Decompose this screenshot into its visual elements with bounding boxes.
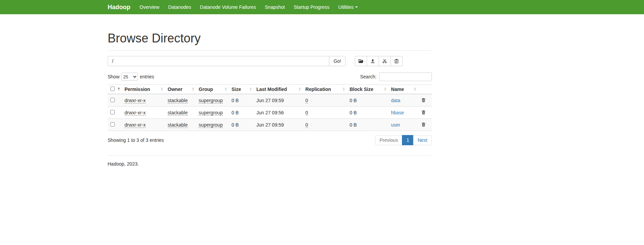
directory-action-buttons xyxy=(355,56,403,66)
upload-icon xyxy=(370,59,375,63)
replication-value[interactable]: 0 xyxy=(306,110,308,116)
permission-value[interactable]: drwxr-xr-x xyxy=(125,110,146,116)
directory-link[interactable]: hbase xyxy=(391,110,404,115)
delete-button[interactable] xyxy=(421,97,426,103)
replication-value[interactable]: 0 xyxy=(306,122,308,128)
path-input-group: Go! xyxy=(108,56,346,66)
nav-item-datanodes[interactable]: Datanodes xyxy=(164,0,196,14)
path-bar: Go! xyxy=(108,56,432,66)
owner-value[interactable]: stackable xyxy=(168,98,188,103)
size-value: 0 B xyxy=(232,122,239,128)
sort-icon xyxy=(384,87,387,91)
sort-icon xyxy=(413,87,416,91)
sort-icon xyxy=(224,87,227,91)
block-size-value: 0 B xyxy=(350,122,357,128)
last-modified-value: Jun 27 09:59 xyxy=(256,122,284,128)
header-select-all[interactable] xyxy=(108,85,122,94)
entries-summary: Showing 1 to 3 of 3 entries xyxy=(108,137,164,143)
search-label: Search: xyxy=(360,74,376,79)
caret-down-icon xyxy=(355,6,358,8)
nav-item-datanode-volume-failures[interactable]: Datanode Volume Failures xyxy=(196,0,260,14)
table-controls: Show 25 entries Search: xyxy=(108,72,432,81)
group-value[interactable]: supergroup xyxy=(199,110,223,116)
header-size[interactable]: Size xyxy=(229,85,254,94)
table-row: drwxr-xr-x stackable supergroup 0 B Jun … xyxy=(108,119,432,131)
row-checkbox[interactable] xyxy=(110,122,115,127)
sort-icon xyxy=(343,87,345,91)
divider xyxy=(108,50,432,51)
directory-link[interactable]: user xyxy=(391,122,400,128)
folder-open-icon xyxy=(358,59,364,63)
main-content: Browse Directory Go! xyxy=(108,31,432,167)
entries-label: entries xyxy=(140,74,154,79)
paste-button[interactable] xyxy=(390,56,403,66)
header-group[interactable]: Group xyxy=(196,85,229,94)
directory-link[interactable]: data xyxy=(391,98,400,103)
permission-value[interactable]: drwxr-xr-x xyxy=(125,98,146,103)
directory-table: Permission Owner Group Size Last Modifie… xyxy=(108,84,432,131)
group-value[interactable]: supergroup xyxy=(199,98,223,103)
header-owner[interactable]: Owner xyxy=(165,85,196,94)
search-control: Search: xyxy=(360,72,432,81)
sort-icon xyxy=(117,87,120,91)
paste-icon xyxy=(394,59,399,63)
go-button[interactable]: Go! xyxy=(329,56,346,66)
table-row: drwxr-xr-x stackable supergroup 0 B Jun … xyxy=(108,107,432,119)
table-header-row: Permission Owner Group Size Last Modifie… xyxy=(108,85,432,94)
group-value[interactable]: supergroup xyxy=(199,122,223,128)
cut-icon xyxy=(382,59,387,63)
page-size-select[interactable]: 25 xyxy=(122,73,138,81)
nav-item-utilities-label: Utilities xyxy=(338,4,353,10)
header-last-modified[interactable]: Last Modified xyxy=(254,85,302,94)
trash-icon xyxy=(421,98,426,102)
header-block-size[interactable]: Block Size xyxy=(347,85,388,94)
navbar-brand[interactable]: Hadoop xyxy=(108,4,130,11)
trash-icon xyxy=(421,110,426,115)
page-title: Browse Directory xyxy=(108,31,432,45)
delete-button[interactable] xyxy=(421,121,426,128)
show-label: Show xyxy=(108,74,119,79)
size-value: 0 B xyxy=(232,110,239,115)
delete-button[interactable] xyxy=(421,109,426,115)
create-directory-button[interactable] xyxy=(355,56,367,66)
path-input[interactable] xyxy=(108,56,329,66)
search-input[interactable] xyxy=(379,72,432,81)
pagination-next[interactable]: Next xyxy=(413,135,432,145)
cut-button[interactable] xyxy=(379,56,391,66)
size-value: 0 B xyxy=(232,98,239,103)
block-size-value: 0 B xyxy=(350,98,357,103)
header-actions xyxy=(418,85,432,94)
sort-icon xyxy=(161,87,163,91)
upload-file-button[interactable] xyxy=(367,56,379,66)
select-all-checkbox[interactable] xyxy=(110,87,115,91)
trash-icon xyxy=(421,122,426,127)
navbar: Hadoop Overview Datanodes Datanode Volum… xyxy=(0,0,644,14)
replication-value[interactable]: 0 xyxy=(306,98,308,103)
header-name[interactable]: Name xyxy=(388,85,418,94)
owner-value[interactable]: stackable xyxy=(168,122,188,128)
row-checkbox[interactable] xyxy=(110,98,115,102)
nav-item-utilities[interactable]: Utilities xyxy=(334,0,362,14)
owner-value[interactable]: stackable xyxy=(168,110,188,116)
permission-value[interactable]: drwxr-xr-x xyxy=(125,122,146,128)
header-permission[interactable]: Permission xyxy=(122,85,165,94)
footer-text: Hadoop, 2023. xyxy=(108,161,432,167)
nav-item-overview[interactable]: Overview xyxy=(135,0,164,14)
table-footer: Showing 1 to 3 of 3 entries Previous 1 N… xyxy=(108,135,432,145)
pagination: Previous 1 Next xyxy=(375,135,432,145)
navbar-menu: Overview Datanodes Datanode Volume Failu… xyxy=(135,0,362,14)
nav-item-startup-progress[interactable]: Startup Progress xyxy=(289,0,334,14)
show-entries-control: Show 25 entries xyxy=(108,73,154,81)
footer-divider xyxy=(108,155,432,156)
block-size-value: 0 B xyxy=(350,110,357,115)
row-checkbox[interactable] xyxy=(110,110,115,114)
pagination-previous[interactable]: Previous xyxy=(375,135,402,145)
sort-icon xyxy=(191,87,194,91)
pagination-page-1[interactable]: 1 xyxy=(402,135,413,145)
header-replication[interactable]: Replication xyxy=(303,85,347,94)
table-row: drwxr-xr-x stackable supergroup 0 B Jun … xyxy=(108,94,432,107)
sort-icon xyxy=(298,87,301,91)
sort-icon xyxy=(249,87,252,91)
last-modified-value: Jun 27 09:59 xyxy=(256,98,284,103)
nav-item-snapshot[interactable]: Snapshot xyxy=(260,0,289,14)
